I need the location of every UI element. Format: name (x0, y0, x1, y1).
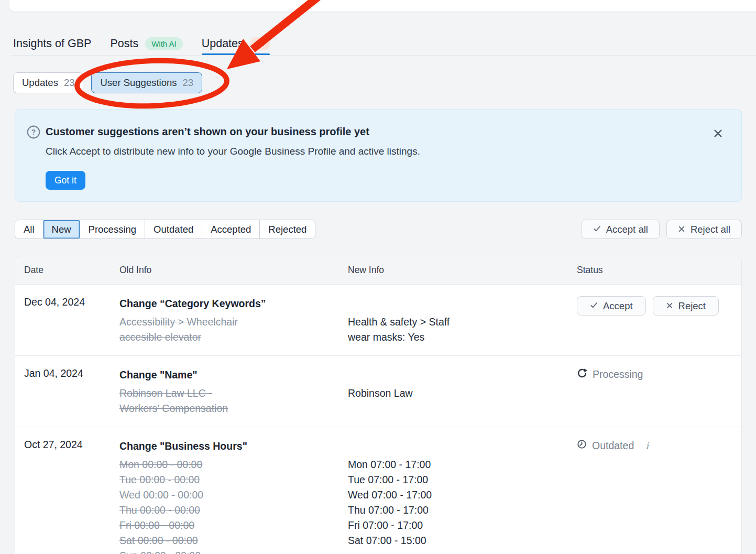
header-status: Status (577, 265, 741, 276)
row-new-info: Health & safety > Staffwear masks: Yes (348, 296, 577, 345)
tabs-divider (10, 55, 756, 56)
banner-title: Customer suggestions aren’t shown on you… (46, 126, 369, 138)
top-card-edge (9, 0, 756, 12)
accept-all-button[interactable]: Accept all (582, 220, 660, 239)
row-status: Processing (577, 367, 741, 416)
chip-label: Updates (22, 77, 58, 89)
info-banner: ? Customer suggestions aren’t shown on y… (15, 109, 742, 202)
subtab-user-suggestions[interactable]: User Suggestions 23 (91, 72, 202, 93)
table-row: Jan 04, 2024Change "Name"Robinson Law LL… (15, 356, 741, 427)
table-body: Dec 04, 2024Change “Category Keywords”Ac… (15, 285, 741, 554)
table-header: Date Old Info New Info Status (15, 256, 741, 285)
old-value-line: Wed 00:00 - 00:00 (119, 487, 348, 503)
filter-processing[interactable]: Processing (80, 220, 145, 238)
filter-all[interactable]: All (15, 220, 43, 238)
with-ai-badge: With AI (145, 37, 183, 50)
status-label: Outdated (592, 440, 634, 452)
info-icon[interactable]: i (645, 440, 649, 451)
got-it-button[interactable]: Got it (46, 171, 85, 190)
chip-count: 23 (183, 77, 194, 89)
button-label: Accept all (606, 224, 648, 235)
old-value-line: Accessibility > Wheelchair (119, 314, 348, 330)
check-icon (593, 224, 601, 235)
chip-label: User Suggestions (100, 77, 177, 89)
new-value-line: Sat 07:00 - 15:00 (348, 533, 577, 548)
banner-close-button[interactable] (714, 129, 722, 138)
row-status: AcceptReject (577, 296, 741, 345)
row-date: Jan 04, 2024 (24, 367, 119, 416)
processing-status: Processing (577, 368, 643, 381)
row-date: Dec 04, 2024 (24, 296, 119, 345)
status-label: Processing (593, 368, 643, 381)
reject-button[interactable]: Reject (653, 296, 719, 316)
chip-count: 23 (64, 77, 75, 89)
new-value-line: wear masks: Yes (348, 330, 577, 345)
old-value-line: Tue 00:00 - 00:00 (119, 472, 348, 487)
tab-label: Updates (202, 37, 244, 50)
new-value-line: Thu 07:00 - 17:00 (348, 503, 577, 518)
accept-button[interactable]: Accept (577, 296, 646, 316)
row-new-info: Mon 07:00 - 17:00Tue 07:00 - 17:00Wed 07… (348, 439, 577, 554)
header-date: Date (24, 265, 119, 276)
subtab-chips: Updates 23 User Suggestions 23 (13, 72, 202, 93)
change-title: Change "Name" (119, 367, 348, 383)
new-value-line: Tue 07:00 - 17:00 (348, 472, 577, 487)
filter-accepted[interactable]: Accepted (202, 220, 259, 238)
button-label: Reject all (691, 224, 730, 235)
question-circle-icon: ? (27, 125, 40, 141)
row-old-info: Change "Business Hours"Mon 00:00 - 00:00… (119, 439, 348, 554)
row-new-info: Robinson Law (348, 367, 577, 416)
header-old-info: Old Info (119, 265, 348, 276)
close-icon (714, 132, 722, 139)
bulk-actions: Accept all Reject all (582, 220, 742, 239)
tab-updates[interactable]: Updates 46 (202, 31, 270, 56)
old-value-line: Workers' Compensation (119, 401, 348, 416)
suggestions-table: Date Old Info New Info Status Dec 04, 20… (15, 256, 742, 554)
old-value-line: Fri 00:00 - 00:00 (119, 518, 348, 533)
filter-new[interactable]: New (43, 220, 80, 238)
row-old-info: Change "Name"Robinson Law LLC -Workers' … (119, 367, 348, 416)
new-value-line: Health & safety > Staff (348, 314, 577, 330)
row-date: Oct 27, 2024 (24, 439, 119, 554)
svg-text:?: ? (31, 128, 36, 136)
new-value-line: Fri 07:00 - 17:00 (348, 518, 577, 533)
table-row: Dec 04, 2024Change “Category Keywords”Ac… (15, 285, 741, 356)
reject-all-button[interactable]: Reject all (666, 220, 742, 239)
button-label: Reject (678, 300, 706, 312)
filter-rejected[interactable]: Rejected (259, 220, 315, 238)
header-new-info: New Info (348, 265, 577, 276)
button-label: Accept (603, 300, 633, 312)
change-title: Change “Category Keywords” (119, 296, 348, 311)
tab-label: Posts (110, 37, 138, 50)
row-status: Outdatedi (577, 439, 741, 554)
old-value-line: Sat 00:00 - 00:00 (119, 533, 348, 548)
old-value-line: Sun 00:00 - 00:00 (119, 548, 348, 554)
tab-label: Insights of GBP (13, 37, 91, 50)
banner-body: Click Accept to distribute new info to y… (46, 146, 420, 157)
tab-insights-of-gbp[interactable]: Insights of GBP (13, 31, 91, 56)
outdated-status: Outdatedi (577, 439, 649, 452)
old-value-line: accesible elevator (119, 330, 348, 345)
old-value-line: Thu 00:00 - 00:00 (119, 503, 348, 518)
x-icon (666, 300, 673, 312)
filter-outdated[interactable]: Outdated (145, 220, 202, 238)
check-icon (590, 300, 598, 312)
row-old-info: Change “Category Keywords”Accessibility … (119, 296, 348, 345)
clock-icon (577, 439, 587, 452)
new-value-line: Robinson Law (348, 386, 577, 401)
new-value-line: Wed 07:00 - 17:00 (348, 487, 577, 503)
subtab-updates[interactable]: Updates 23 (13, 72, 83, 93)
updates-count-badge: 46 (250, 37, 270, 50)
new-value-line: Mon 07:00 - 17:00 (348, 457, 577, 472)
change-title: Change "Business Hours" (119, 439, 348, 454)
refresh-icon (577, 368, 587, 381)
toolbar: All New Processing Outdated Accepted Rej… (15, 220, 742, 239)
old-value-line: Robinson Law LLC - (119, 386, 348, 401)
tab-bar: Insights of GBP Posts With AI Updates 46 (0, 31, 756, 56)
status-filter-group: All New Processing Outdated Accepted Rej… (15, 220, 315, 239)
table-row: Oct 27, 2024Change "Business Hours"Mon 0… (15, 427, 741, 554)
tab-posts[interactable]: Posts With AI (110, 31, 182, 56)
x-icon (678, 224, 685, 235)
old-value-line: Mon 00:00 - 00:00 (119, 457, 348, 472)
